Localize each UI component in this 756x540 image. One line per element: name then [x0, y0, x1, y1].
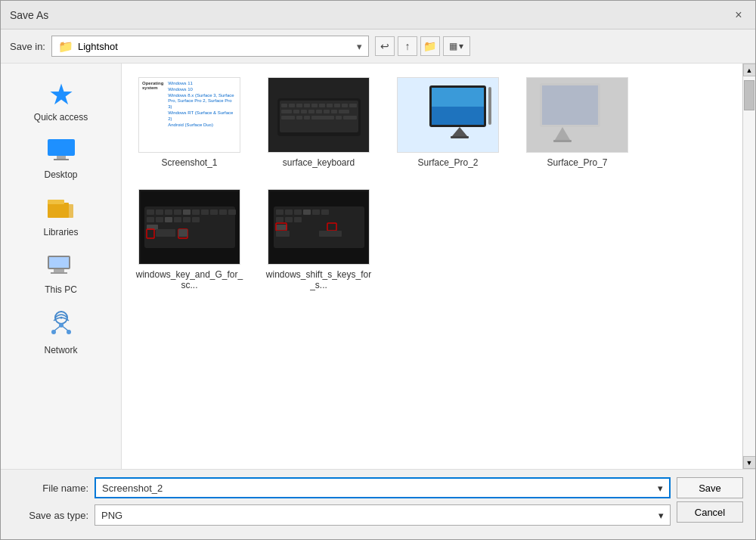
bottom-fields: File name: Screenshot_2 ▾ Save as type: …: [13, 477, 671, 532]
svg-rect-41: [336, 116, 342, 119]
file-name: windows_key_and_G_for_sc...: [135, 269, 243, 290]
svg-rect-0: [48, 139, 75, 156]
sidebar-item-network[interactable]: Network: [1, 306, 121, 360]
scrollbar[interactable]: ▲ ▼: [742, 64, 755, 469]
svg-rect-90: [319, 231, 342, 237]
bottom-rows-and-buttons: File name: Screenshot_2 ▾ Save as type: …: [13, 477, 743, 532]
svg-rect-91: [276, 231, 290, 237]
main-content: ★ Quick access Desktop: [1, 64, 755, 469]
svg-rect-34: [324, 110, 330, 113]
scroll-up-button[interactable]: ▲: [743, 64, 756, 76]
save-type-value: PNG: [101, 510, 122, 521]
list-item[interactable]: Surface_Pro_7: [519, 73, 636, 172]
desktop-icon: [46, 138, 76, 166]
save-type-row: Save as type: PNG ▾: [13, 504, 671, 526]
new-folder-button[interactable]: 📁: [420, 36, 440, 56]
file-name-input[interactable]: Screenshot_2 ▾: [94, 477, 671, 498]
save-button[interactable]: Save: [677, 477, 743, 498]
file-name: Surface_Pro_2: [417, 157, 478, 168]
svg-rect-4: [48, 200, 64, 204]
svg-rect-40: [311, 116, 334, 119]
svg-rect-75: [178, 229, 187, 237]
view-button[interactable]: ▦ ▾: [443, 36, 470, 56]
up-button[interactable]: ↑: [398, 36, 417, 56]
svg-rect-20: [289, 104, 295, 107]
svg-rect-56: [156, 209, 163, 215]
libraries-label: Libraries: [43, 227, 78, 237]
list-item[interactable]: windows_shift_s_keys_for_s...: [260, 185, 377, 295]
svg-rect-25: [327, 104, 333, 107]
svg-rect-60: [192, 209, 200, 215]
svg-rect-57: [165, 209, 172, 215]
cancel-button[interactable]: Cancel: [677, 501, 743, 523]
network-icon: [46, 310, 76, 342]
title-bar: Save As ×: [1, 1, 755, 29]
desktop-label: Desktop: [44, 169, 77, 180]
svg-rect-70: [192, 217, 200, 222]
svg-rect-51: [542, 85, 598, 125]
list-item[interactable]: Surface_Pro_2: [389, 73, 507, 172]
save-type-label: Save as type:: [13, 510, 88, 521]
save-type-dropdown[interactable]: PNG ▾: [94, 504, 671, 526]
list-item[interactable]: Operating system Windows 11Windows 10Win…: [131, 73, 248, 172]
list-item[interactable]: surface_keyboard: [260, 73, 377, 172]
bottom-section: File name: Screenshot_2 ▾ Save as type: …: [1, 469, 755, 539]
path-dropdown[interactable]: 📁 Lightshot ▾: [51, 36, 369, 57]
svg-rect-52: [553, 140, 572, 142]
back-button[interactable]: ↩: [375, 36, 395, 56]
svg-rect-62: [210, 209, 218, 215]
svg-point-14: [51, 330, 56, 334]
svg-rect-33: [316, 110, 322, 113]
svg-rect-5: [55, 204, 73, 218]
sidebar-item-quick-access[interactable]: ★ Quick access: [1, 76, 121, 127]
file-name: windows_shift_s_keys_for_s...: [265, 269, 373, 290]
file-thumbnail: [138, 189, 240, 265]
svg-rect-61: [201, 209, 209, 215]
sidebar-item-desktop[interactable]: Desktop: [1, 133, 121, 185]
svg-rect-83: [321, 209, 329, 215]
svg-rect-58: [174, 209, 181, 215]
file-name: surface_keyboard: [283, 157, 355, 168]
svg-rect-55: [147, 209, 154, 215]
back-icon: ↩: [380, 40, 389, 52]
scroll-thumb[interactable]: [744, 80, 754, 110]
svg-rect-8: [54, 269, 64, 272]
svg-rect-67: [165, 217, 172, 222]
list-item[interactable]: windows_key_and_G_for_sc...: [131, 185, 248, 295]
quick-access-label: Quick access: [34, 112, 88, 123]
save-as-dialog: Save As × Save in: 📁 Lightshot ▾ ↩ ↑ 📁 ▦…: [0, 0, 756, 540]
file-name: Screenshot_1: [161, 157, 217, 168]
sidebar-item-this-pc[interactable]: This PC: [1, 248, 121, 299]
file-name-dropdown-arrow: ▾: [658, 483, 663, 494]
svg-rect-48: [488, 87, 491, 125]
svg-rect-87: [276, 225, 287, 230]
svg-rect-37: [281, 116, 295, 119]
svg-rect-64: [228, 209, 236, 215]
scroll-down-button[interactable]: ▼: [743, 456, 756, 469]
close-button[interactable]: ×: [731, 8, 746, 23]
svg-rect-1: [57, 156, 66, 159]
svg-rect-47: [451, 136, 469, 138]
scroll-track: [743, 76, 755, 456]
svg-rect-78: [276, 209, 284, 215]
save-in-label: Save in:: [10, 41, 45, 52]
this-pc-icon: [46, 253, 76, 281]
dropdown-arrow-icon: ▾: [357, 41, 362, 52]
file-thumbnail: Operating system Windows 11Windows 10Win…: [138, 77, 240, 153]
file-thumbnail: [268, 189, 370, 265]
sidebar-item-libraries[interactable]: Libraries: [1, 191, 121, 242]
libraries-icon: [46, 195, 76, 224]
svg-rect-82: [312, 209, 320, 215]
svg-rect-29: [281, 110, 292, 113]
file-thumbnail: [268, 77, 370, 153]
svg-rect-28: [349, 104, 357, 107]
svg-rect-39: [304, 116, 310, 119]
svg-rect-2: [54, 159, 69, 160]
svg-rect-22: [304, 104, 310, 107]
svg-rect-86: [294, 217, 302, 222]
file-name: Surface_Pro_7: [547, 157, 607, 168]
file-name-row: File name: Screenshot_2 ▾: [13, 477, 671, 498]
svg-rect-84: [276, 217, 284, 222]
svg-rect-30: [293, 110, 299, 113]
svg-rect-85: [285, 217, 293, 222]
